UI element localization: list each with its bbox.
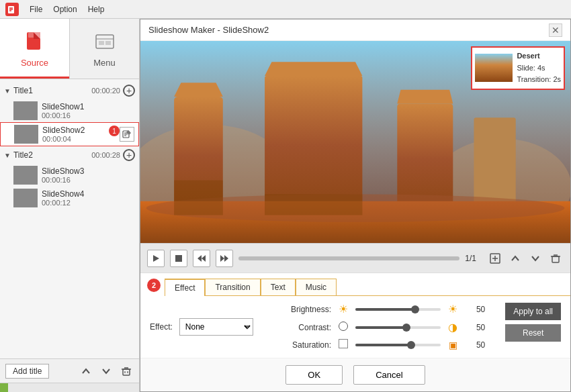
main-layout: Source Menu [0,19,571,392]
brightness-row: Brightness: ☀ ☀ 50 [284,303,485,315]
step2-badge: 2 [147,279,161,292]
progress-fill [0,383,8,392]
tab-music[interactable]: Music [296,279,337,296]
ok-button[interactable]: OK [286,365,343,385]
menu-file[interactable]: File [30,5,42,14]
effect-sliders: Brightness: ☀ ☀ 50 [284,303,485,351]
thumbnail-slide-duration: Slide: 4s [517,62,561,75]
thumbnail-strip: Desert Slide: 4s Transition: 2s [471,46,565,90]
move-down-slide-button[interactable] [527,250,543,266]
slideshow2-edit-button[interactable] [120,127,134,142]
effect-select-wrapper: None Grayscale Sepia Blur Sharpen [179,318,253,336]
left-panel: Source Menu [0,19,140,392]
slideshow1-thumb [13,101,38,120]
contrast-icon-right: ◑ [446,321,459,334]
thumbnail-transition-duration: Transition: 2s [517,74,561,86]
fast-forward-button[interactable] [216,250,233,267]
source-tab-label: Source [21,58,48,68]
slideshow3-title: SlideShow3 [42,166,135,176]
brightness-icon-left: ☀ [337,303,350,315]
stop-button[interactable] [170,250,187,267]
svg-marker-25 [174,83,223,97]
svg-marker-39 [220,255,224,262]
delete-button[interactable] [119,364,134,379]
svg-marker-40 [224,255,228,262]
menu-bar: File Option Help [0,0,571,19]
page-counter: 1/1 [465,254,476,263]
svg-rect-10 [99,41,104,45]
move-down-button[interactable] [99,364,114,379]
svg-rect-36 [175,255,182,262]
group1-arrow: ▼ [4,87,11,95]
delete-slide-button[interactable] [547,250,564,266]
saturation-icon-right: ▣ [446,340,459,350]
nav-tabs: Source Menu [0,19,139,79]
tab-text[interactable]: Text [261,279,296,296]
tab-menu[interactable]: Menu [70,19,139,79]
playback-scrubber[interactable] [238,256,459,260]
move-up-button[interactable] [79,364,93,379]
svg-rect-33 [174,181,223,215]
contrast-value: 50 [465,323,485,332]
effect-tabs-container: 2 Effect Transition Text Music [140,273,570,296]
group2-title: Title2 [13,150,89,160]
contrast-row: Contrast: ◑ 50 [284,321,485,334]
saturation-slider[interactable] [355,344,441,346]
slideshow1-title: SlideShow1 [42,102,135,111]
svg-rect-16 [123,369,130,375]
add-slide-button[interactable] [487,250,503,266]
menu-help[interactable]: Help [88,5,105,14]
slideshow2-thumb [14,125,38,144]
dialog-footer: OK Cancel [140,358,570,391]
saturation-label: Saturation: [284,340,331,350]
group2-duration: 00:00:28 [91,151,120,159]
reset-button[interactable]: Reset [505,324,561,342]
playlist: ▼ Title1 00:00:20 + SlideShow1 00:00:16 [0,79,139,358]
cancel-button[interactable]: Cancel [353,365,425,385]
menu-tab-label: Menu [93,58,116,68]
effect-dropdown-section: Effect: None Grayscale Sepia Blur Sharpe… [150,303,271,351]
group2-add-button[interactable]: + [123,149,135,161]
svg-rect-44 [552,256,559,262]
saturation-value: 50 [465,340,485,350]
menu-option[interactable]: Option [53,5,77,14]
add-title-button[interactable]: Add title [5,364,49,379]
playlist-group-title1[interactable]: ▼ Title1 00:00:20 + [0,82,139,99]
app-window: File Option Help Source [0,0,571,392]
apply-to-all-button[interactable]: Apply to all [505,303,561,320]
dialog-close-button[interactable]: ✕ [549,23,562,37]
slideshow4-duration: 00:00:12 [42,199,135,207]
tab-source[interactable]: Source [0,19,70,79]
slideshow4-thumb [13,189,38,207]
group2-arrow: ▼ [4,152,11,159]
app-icon [5,3,19,16]
playlist-item-slideshow3[interactable]: SlideShow3 00:00:16 [0,164,139,187]
move-up-slide-button[interactable] [507,250,523,266]
progress-bar-area [0,383,139,392]
slideshow4-title: SlideShow4 [42,189,135,199]
brightness-value: 50 [465,305,485,314]
playlist-item-slideshow1[interactable]: SlideShow1 00:00:16 [0,99,139,122]
playlist-item-slideshow4[interactable]: SlideShow4 00:00:12 [0,187,139,209]
group1-title: Title1 [13,86,89,95]
menu-tab-icon [93,30,117,54]
effect-select[interactable]: None Grayscale Sepia Blur Sharpen [179,318,253,336]
bottom-panel: 2 Effect Transition Text Music Effect: [140,273,570,358]
playlist-group-title2[interactable]: ▼ Title2 00:00:28 + [0,146,139,164]
playlist-item-slideshow2[interactable]: SlideShow2 00:00:04 1 [0,122,139,146]
dialog-titlebar: Slideshow Maker - SlideShow2 ✕ [140,19,570,41]
play-button[interactable] [147,250,165,267]
tab-effect[interactable]: Effect [165,279,205,296]
svg-marker-29 [397,90,453,104]
tab-transition[interactable]: Transition [205,279,260,296]
playlist-bottom-toolbar: Add title [0,358,139,383]
slideshow3-info: SlideShow3 00:00:16 [42,166,135,184]
brightness-slider[interactable] [355,308,441,311]
svg-rect-34 [265,194,362,215]
rewind-button[interactable] [193,250,210,267]
group1-add-button[interactable]: + [123,85,135,97]
slideshow4-info: SlideShow4 00:00:12 [42,189,135,207]
slideshow2-title: SlideShow2 [42,126,116,135]
effect-controls: Effect: None Grayscale Sepia Blur Sharpe… [140,296,570,358]
contrast-slider[interactable] [355,326,441,329]
